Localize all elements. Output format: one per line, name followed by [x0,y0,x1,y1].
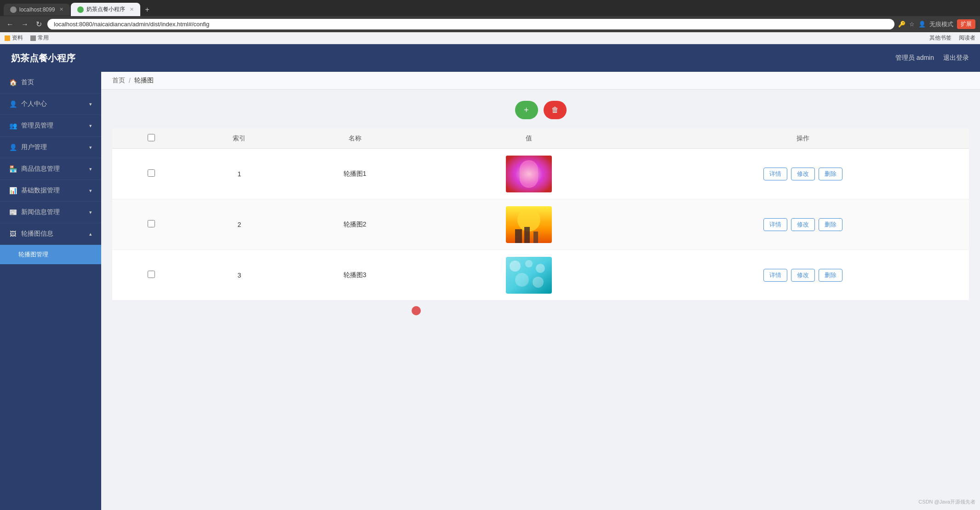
goods-icon: 🏪 [9,165,17,173]
sidebar-item-goods-mgmt[interactable]: 🏪 商品信息管理 ▾ [0,158,101,180]
other-bookmarks[interactable]: 其他书签 [929,34,951,42]
row2-image [506,206,552,243]
star-icon[interactable]: ☆ [909,21,915,28]
col-header-actions: 操作 [636,128,969,149]
row2-edit-button[interactable]: 修改 [791,218,815,231]
row3-checkbox-cell [112,250,190,301]
carousel-info-icon: 🖼 [9,230,17,238]
sidebar-label-base-data: 基础数据管理 [21,186,60,195]
select-all-checkbox[interactable] [148,134,155,141]
bookmark-ziliao[interactable]: 资料 [5,34,23,42]
sidebar-label-home: 首页 [21,78,34,87]
sidebar-label-news-mgmt: 新闻信息管理 [21,208,60,216]
bookmarks-right: 其他书签 阅读者 [929,34,975,42]
bookmark-changyong[interactable]: 常用 [30,34,49,42]
row3-action-btns: 详情 修改 删除 [644,269,962,282]
bookmark-icon-changyong [30,35,36,41]
row3-name: 轮播图3 [288,250,422,301]
breadcrumb-current: 轮播图 [134,76,154,85]
extension-button[interactable]: 扩展 [957,19,975,29]
app-main: 🏠 首页 👤 个人中心 ▾ 👥 管理员管理 ▾ 👤 用户管理 ▾ 🏪 商品信息管… [0,72,980,510]
reader-label[interactable]: 阅读者 [959,34,975,42]
tab-favicon-localhost [10,6,17,13]
chevron-down-icon: ▾ [89,101,92,107]
chevron-down-icon-base: ▾ [89,188,92,194]
batch-delete-button[interactable]: 🗑 [544,101,567,119]
row3-detail-button[interactable]: 详情 [763,269,787,282]
svg-point-9 [510,261,521,272]
table-row: 3 轮播图3 [112,250,969,301]
admin-icon: 👥 [9,122,17,129]
row1-index: 1 [190,149,288,199]
row2-checkbox-cell [112,199,190,250]
row1-checkbox[interactable] [148,169,155,177]
content-area: 首页 / 轮播图 + 🗑 [101,72,980,510]
sidebar-label-user-mgmt: 用户管理 [21,143,47,151]
tab-naicaidiancan[interactable]: 奶茶点餐小程序 ✕ [71,3,140,16]
tab-localhost[interactable]: localhost:8099 ✕ [4,4,70,16]
app-wrapper: 奶茶点餐小程序 管理员 admin 退出登录 🏠 首页 👤 个人中心 ▾ 👥 管… [0,44,980,510]
breadcrumb-home[interactable]: 首页 [112,76,125,85]
sidebar-label-goods-mgmt: 商品信息管理 [21,165,60,173]
user-mgmt-icon: 👤 [9,144,17,151]
row3-delete-button[interactable]: 删除 [819,269,842,282]
chevron-down-icon-goods: ▾ [89,166,92,172]
sidebar-item-home[interactable]: 🏠 首页 [0,72,101,93]
row1-actions: 详情 修改 删除 [636,149,969,199]
sidebar-item-admin-mgmt[interactable]: 👥 管理员管理 ▾ [0,115,101,137]
sidebar-label-profile: 个人中心 [21,100,47,108]
row1-name: 轮播图1 [288,149,422,199]
tab-close-naicaidiancan[interactable]: ✕ [130,6,134,12]
row1-edit-button[interactable]: 修改 [791,168,815,180]
add-icon: + [524,105,529,115]
browser-chrome: localhost:8099 ✕ 奶茶点餐小程序 ✕ + ← → ↻ local… [0,0,980,44]
browser-toolbar: ← → ↻ localhost:8080/naicaidiancan/admin… [0,16,980,32]
row3-value [421,250,636,301]
profile-icon: 👤 [9,100,17,108]
back-button[interactable]: ← [5,19,16,29]
row3-edit-button[interactable]: 修改 [791,269,815,282]
chevron-down-icon-admin: ▾ [89,123,92,129]
refresh-button[interactable]: ↻ [34,19,44,29]
svg-point-11 [536,264,545,273]
app-header: 奶茶点餐小程序 管理员 admin 退出登录 [0,44,980,72]
row1-image-cell [429,156,629,192]
toolbar-actions: 🔑 ☆ 👤 无痕模式 扩展 [898,19,975,29]
svg-point-12 [515,273,529,287]
sidebar-label-carousel-info: 轮播图信息 [21,230,53,238]
row2-checkbox[interactable] [148,220,155,227]
tab-label-localhost: localhost:8099 [19,6,55,13]
admin-label: 管理员 admin [895,54,934,62]
row1-checkbox-cell [112,149,190,199]
sidebar-item-news-mgmt[interactable]: 📰 新闻信息管理 ▾ [0,202,101,223]
row3-index: 3 [190,250,288,301]
sidebar-item-carousel-info[interactable]: 🖼 轮播图信息 ▴ [0,223,101,245]
base-data-icon: 📊 [9,187,17,194]
bookmarks-bar: 资料 常用 其他书签 阅读者 [0,32,980,44]
new-tab-button[interactable]: + [141,6,153,14]
app-logo: 奶茶点餐小程序 [11,52,75,64]
sidebar-item-carousel-mgmt[interactable]: 轮播图管理 [0,245,101,264]
tab-close-localhost[interactable]: ✕ [59,6,63,12]
sidebar-item-base-data[interactable]: 📊 基础数据管理 ▾ [0,180,101,202]
row1-detail-button[interactable]: 详情 [763,168,787,180]
col-header-index: 索引 [190,128,288,149]
svg-rect-5 [515,229,522,243]
user-icon: 👤 [918,21,926,28]
logout-button[interactable]: 退出登录 [943,54,969,62]
row1-delete-button[interactable]: 删除 [819,168,842,180]
add-button[interactable]: + [515,101,538,119]
table-row: 2 轮播图2 [112,199,969,250]
row3-checkbox[interactable] [148,271,155,278]
chevron-down-icon-news: ▾ [89,209,92,215]
row2-image-cell [429,206,629,243]
address-bar[interactable]: localhost:8080/naicaidiancan/admin/dist/… [47,19,894,29]
svg-point-13 [533,277,544,288]
bookmark-label-changyong: 常用 [38,34,49,42]
forward-button[interactable]: → [19,19,30,29]
col-header-name: 名称 [288,128,422,149]
sidebar-item-profile[interactable]: 👤 个人中心 ▾ [0,93,101,115]
sidebar-item-user-mgmt[interactable]: 👤 用户管理 ▾ [0,137,101,158]
row2-detail-button[interactable]: 详情 [763,218,787,231]
row2-delete-button[interactable]: 删除 [819,218,842,231]
